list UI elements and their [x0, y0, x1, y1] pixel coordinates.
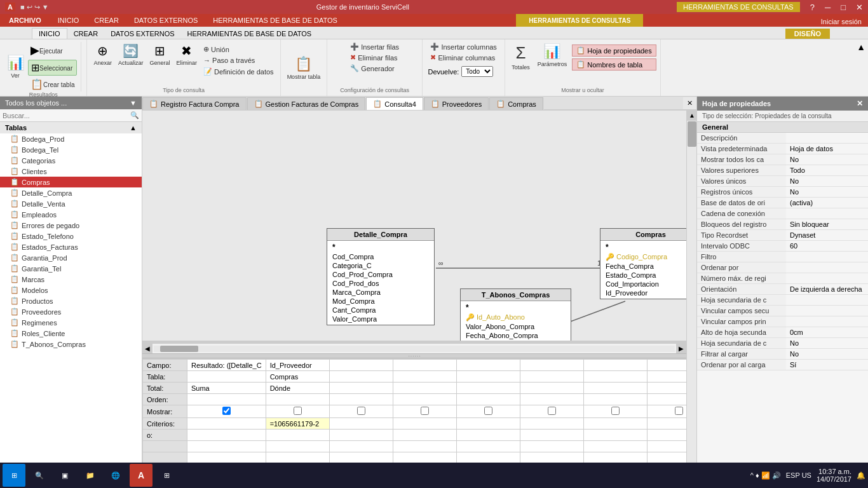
prop-value[interactable]: No	[786, 154, 868, 165]
tab-crear[interactable]: CREAR	[86, 14, 126, 27]
hoja-propiedades-btn[interactable]: 📋 Hoja de propiedades	[572, 44, 656, 57]
cell-mostrar-5[interactable]	[456, 405, 520, 418]
prop-value[interactable]: No	[786, 338, 868, 349]
prop-value[interactable]: Dynaset	[786, 230, 868, 241]
sidebar-item-detalle-venta[interactable]: 📋Detalle_Venta	[0, 198, 142, 209]
table-detalle-compra[interactable]: Detalle_Compra * Cod_Compra Categoria_C …	[327, 228, 435, 325]
sidebar-item-modelos[interactable]: 📋Modelos	[0, 285, 142, 295]
cell-tabla-7[interactable]	[583, 371, 647, 383]
cell-mostrar-8[interactable]	[647, 405, 686, 418]
max-btn[interactable]: □	[841, 3, 846, 12]
tab-proveedores[interactable]: 📋 Proveedores	[424, 97, 489, 110]
cell-mostrar-6[interactable]	[520, 405, 583, 418]
sidebar-search[interactable]: 🔍	[0, 109, 142, 122]
cell-orden-2[interactable]	[266, 394, 329, 405]
help-btn[interactable]: ?	[810, 3, 815, 12]
tab-diseno[interactable]: DISEÑO	[785, 29, 830, 39]
tab-datos-externos[interactable]: DATOS EXTERNOS	[126, 14, 205, 27]
sidebar-item-proveedores[interactable]: 📋Proveedores	[0, 306, 142, 317]
actualizar-btn[interactable]: 🔄 Actualizar	[116, 42, 146, 67]
cell-criterios-8[interactable]	[647, 418, 686, 430]
cell-total-7[interactable]	[583, 383, 647, 394]
props-close-btn[interactable]: ✕	[857, 99, 863, 108]
checkbox-mostrar-2[interactable]	[294, 407, 302, 415]
scroll-right-btn[interactable]: ▶	[676, 344, 686, 354]
eliminar-columnas-btn[interactable]: ✖ Eliminar columnas	[428, 53, 499, 62]
cell-mostrar-4[interactable]	[393, 405, 456, 418]
cell-orden-5[interactable]	[456, 394, 520, 405]
prop-value[interactable]	[786, 295, 868, 306]
tab-inicio[interactable]: INICIO	[50, 14, 87, 27]
prop-value[interactable]: De izquierda a derecha	[786, 284, 868, 295]
sidebar-item-bodega-tel[interactable]: 📋Bodega_Tel	[0, 144, 142, 155]
sidebar-item-empleados[interactable]: 📋Empleados	[0, 209, 142, 220]
cell-campo-2[interactable]: Id_Proveedor	[266, 360, 329, 371]
sidebar-item-categorias[interactable]: 📋Categorias	[0, 155, 142, 166]
sidebar-item-estados-fact[interactable]: 📋Estados_Facturas	[0, 241, 142, 252]
cell-o-1[interactable]	[187, 430, 266, 441]
sidebar-scrollbar[interactable]	[858, 111, 868, 474]
checkbox-mostrar-3[interactable]	[357, 407, 365, 415]
prop-value[interactable]	[786, 316, 868, 327]
cell-o-8[interactable]	[647, 430, 686, 441]
ejecutar-btn[interactable]: ▶ Ejecutar	[28, 42, 77, 58]
cell-o-5[interactable]	[456, 430, 520, 441]
cell-criterios-6[interactable]	[520, 418, 583, 430]
anexar-btn[interactable]: ⊕ Anexar	[91, 42, 114, 67]
checkbox-mostrar-7[interactable]	[611, 407, 620, 415]
tab-inicio-sub[interactable]: INICIO	[32, 28, 67, 39]
tab-consulta4[interactable]: 📋 Consulta4	[366, 97, 423, 110]
props-table-scroll[interactable]: DescripciónVista predeterminadaHoja de d…	[697, 133, 868, 485]
vscroll-thumb[interactable]	[688, 121, 696, 147]
checkbox-mostrar-5[interactable]	[484, 407, 492, 415]
sidebar-item-estado-tel[interactable]: 📋Estado_Telefono	[0, 231, 142, 241]
sidebar-item-roles[interactable]: 📋Roles_Cliente	[0, 328, 142, 339]
prop-value[interactable]: Sin bloquear	[786, 219, 868, 230]
ver-btn[interactable]: 📊 Ver	[4, 53, 27, 80]
prop-value[interactable]: Sí	[786, 360, 868, 370]
search-btn[interactable]: 🔍	[28, 464, 51, 487]
cell-mostrar-7[interactable]	[583, 405, 647, 418]
tab-gestion-facturas[interactable]: 📋 Gestion Facturas de Compras	[247, 97, 366, 110]
cell-o-6[interactable]	[520, 430, 583, 441]
cell-o-3[interactable]	[329, 430, 393, 441]
cell-campo-7[interactable]	[583, 360, 647, 371]
hscroll-thumb[interactable]	[160, 346, 198, 352]
tab-registro-factura[interactable]: 📋 Registro Factura Compra	[142, 97, 247, 110]
tab-crear-sub[interactable]: CREAR	[67, 29, 105, 39]
cell-total-3[interactable]	[329, 383, 393, 394]
prop-value[interactable]: 60	[786, 241, 868, 252]
search-icon[interactable]: 🔍	[130, 111, 139, 119]
ribbon-collapse-btn[interactable]: ▲	[854, 39, 868, 55]
generador-btn[interactable]: 🔧 Generador	[348, 64, 397, 73]
table-tabonos[interactable]: T_Abonos_Compras * 🔑 Id_Auto_Abono Valor…	[460, 288, 571, 341]
checkbox-mostrar-8[interactable]	[675, 407, 683, 415]
cell-o-7[interactable]	[583, 430, 647, 441]
sidebar-item-garantia-tel[interactable]: 📋Garantia_Tel	[0, 263, 142, 274]
nombres-tabla-btn[interactable]: 📋 Nombres de tabla	[572, 58, 656, 71]
cell-criterios-2[interactable]: =1065661179-2	[266, 418, 329, 430]
crear-tabla-btn[interactable]: 📋 Crear tabla	[28, 77, 77, 92]
checkbox-mostrar-4[interactable]	[421, 407, 429, 415]
parametros-btn[interactable]: 📊 Parámetros	[535, 42, 570, 69]
close-tab-btn[interactable]: ✕	[683, 97, 696, 110]
scroll-left-btn[interactable]: ◀	[142, 344, 153, 354]
search-input[interactable]	[3, 112, 130, 119]
prop-value[interactable]: No	[786, 187, 868, 198]
cell-campo-5[interactable]	[456, 360, 520, 371]
task-view-btn[interactable]: ▣	[53, 464, 76, 487]
eliminar-filas-btn[interactable]: ✖ Eliminar filas	[348, 53, 400, 62]
query-grid-scroll[interactable]: Campo: Resultado: ([Detalle_C Id_Proveed…	[142, 359, 686, 475]
general-btn[interactable]: ⊞ General	[147, 42, 173, 67]
cell-orden-6[interactable]	[520, 394, 583, 405]
checkbox-mostrar-6[interactable]	[548, 407, 556, 415]
cell-o-2[interactable]	[266, 430, 329, 441]
prop-value[interactable]	[786, 208, 868, 219]
checkbox-mostrar-1[interactable]	[222, 407, 231, 415]
cell-total-6[interactable]	[520, 383, 583, 394]
cell-orden-3[interactable]	[329, 394, 393, 405]
union-btn[interactable]: ⊕ Unión	[201, 44, 276, 54]
cell-mostrar-2[interactable]	[266, 405, 329, 418]
prop-value[interactable]	[786, 262, 868, 273]
cell-tabla-1[interactable]	[187, 371, 266, 383]
